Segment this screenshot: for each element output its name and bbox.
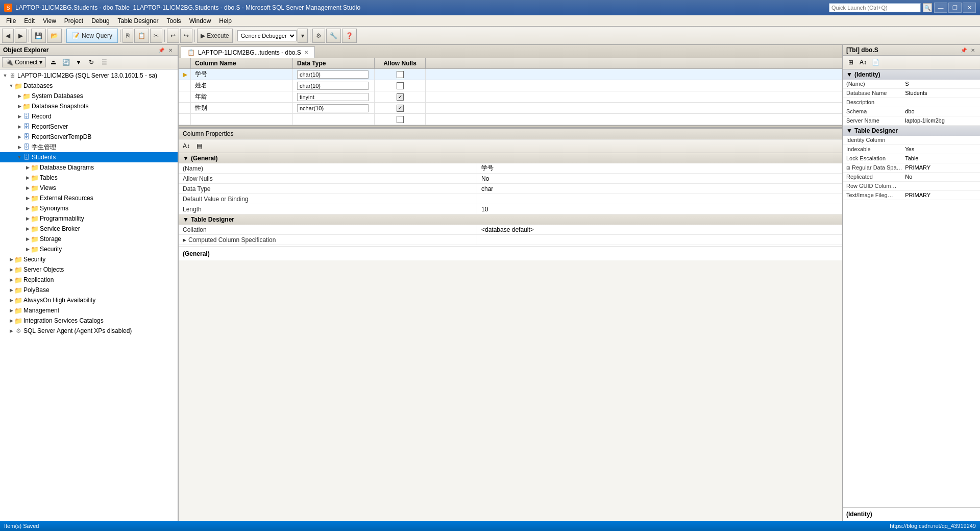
maximize-btn[interactable]: ❐ <box>948 3 962 13</box>
prop-section-tabledesigner[interactable]: ▼ Table Designer <box>179 214 842 225</box>
tree-item-synonyms[interactable]: ▶ 📁 Synonyms <box>0 203 178 213</box>
props-section-td-header[interactable]: ▼ Table Designer <box>843 126 980 136</box>
type-input-1[interactable] <box>297 70 369 79</box>
toolbar-forward-btn[interactable]: ▶ <box>15 29 27 43</box>
tree-item-security-db[interactable]: ▶ 📁 Security <box>0 244 178 254</box>
tab-table-designer[interactable]: 📋 LAPTOP-1LICM2BG...tudents - dbo.S ✕ <box>181 46 315 58</box>
toolbar-filter-btn[interactable]: 🔧 <box>326 29 341 43</box>
toolbar-open-btn[interactable]: 📂 <box>47 29 62 43</box>
toolbar-back-btn[interactable]: ◀ <box>2 29 14 43</box>
close-btn[interactable]: ✕ <box>963 3 976 13</box>
table-row[interactable] <box>179 114 842 125</box>
debugger-dropdown-btn[interactable]: ▾ <box>298 29 308 43</box>
toolbar-help-btn[interactable]: ❓ <box>342 29 357 43</box>
tree-item-reportserver[interactable]: ▶ 🗄 ReportServer <box>0 122 178 132</box>
toolbar-cut-btn[interactable]: ✂ <box>150 29 162 43</box>
props-close-btn[interactable]: ✕ <box>969 46 977 54</box>
oe-connect-btn[interactable]: 🔌 Connect ▾ <box>2 57 46 67</box>
null-checkbox-2[interactable] <box>397 82 404 89</box>
menu-window[interactable]: Window <box>185 16 215 26</box>
toolbar-copy-btn[interactable]: ⎘ <box>122 29 133 43</box>
toolbar-exec-btn[interactable]: ▶ Execute <box>197 29 233 43</box>
table-row[interactable]: 年龄 ✓ <box>179 91 842 103</box>
oe-summary-btn[interactable]: ☰ <box>99 57 110 68</box>
type-input-4[interactable] <box>297 104 369 112</box>
null-checkbox-4[interactable]: ✓ <box>397 105 404 112</box>
tree-item-management[interactable]: ▶ 📁 Management <box>0 305 178 316</box>
col-props-sort-btn[interactable]: A↕ <box>181 140 192 152</box>
tree-item-xuesheng[interactable]: ▶ 🗄 学生管理 <box>0 142 178 152</box>
tree-item-record[interactable]: ▶ 🗄 Record <box>0 111 178 122</box>
tree-item-dbsnap[interactable]: ▶ 📁 Database Snapshots <box>0 101 178 111</box>
menu-file[interactable]: File <box>2 16 20 26</box>
toolbar-undo-btn[interactable]: ↩ <box>167 29 179 43</box>
menu-view[interactable]: View <box>39 16 60 26</box>
table-row[interactable]: ▶ 学号 <box>179 69 842 80</box>
tree-item-alwayson[interactable]: ▶ 📁 AlwaysOn High Availability <box>0 295 178 305</box>
oe-pin-btn[interactable]: 📌 <box>157 46 165 54</box>
tree-item-serverobjects[interactable]: ▶ 📁 Server Objects <box>0 264 178 275</box>
tab-close-btn[interactable]: ✕ <box>304 50 308 55</box>
oe-refresh2-btn[interactable]: ↻ <box>86 57 97 68</box>
menu-help[interactable]: Help <box>215 16 236 26</box>
props-pages-btn[interactable]: 📄 <box>870 57 881 68</box>
tree-item-reportservtemp[interactable]: ▶ 🗄 ReportServerTempDB <box>0 132 178 142</box>
tree-item-replication[interactable]: ▶ 📁 Replication <box>0 275 178 285</box>
toolbar-redo-btn[interactable]: ↪ <box>180 29 192 43</box>
menu-tools[interactable]: Tools <box>163 16 185 26</box>
null-checkbox-5[interactable] <box>397 116 404 123</box>
prop-section-general[interactable]: ▼ (General) <box>179 153 842 163</box>
props-row-dbname: Database Name Students <box>843 89 980 98</box>
type-input-2[interactable] <box>297 82 369 90</box>
oe-filter-btn[interactable]: ▼ <box>73 57 84 68</box>
tree-item-security[interactable]: ▶ 📁 Security <box>0 254 178 264</box>
tree-item-tables[interactable]: ▶ 📁 Tables <box>0 173 178 183</box>
quick-launch-input[interactable] <box>829 3 921 12</box>
tree-item-sqlagent[interactable]: ▶ ⚙ SQL Server Agent (Agent XPs disabled… <box>0 326 178 336</box>
type-input-3[interactable] <box>297 93 369 101</box>
tree-item-storage[interactable]: ▶ 📁 Storage <box>0 234 178 244</box>
tree-item-programmability[interactable]: ▶ 📁 Programmability <box>0 213 178 224</box>
props-categories-btn[interactable]: ⊞ <box>845 57 856 68</box>
props-alpha-btn[interactable]: A↕ <box>857 57 869 68</box>
oe-disconnect-btn[interactable]: ⏏ <box>47 57 59 68</box>
folder-icon-databases: 📁 <box>14 82 22 89</box>
null-checkbox-3[interactable]: ✓ <box>397 93 404 101</box>
tree-item-extresources[interactable]: ▶ 📁 External Resources <box>0 193 178 203</box>
table-row[interactable]: 性别 ✓ <box>179 103 842 114</box>
props-section-identity-header[interactable]: ▼ (Identity) <box>843 69 980 80</box>
menu-debug[interactable]: Debug <box>87 16 113 26</box>
tree-item-views[interactable]: ▶ 📁 Views <box>0 183 178 193</box>
null-checkbox-1[interactable] <box>397 71 404 78</box>
props-td-collapse: ▼ <box>846 127 852 134</box>
menu-project[interactable]: Project <box>60 16 87 26</box>
row-col-name-3: 年龄 <box>191 91 293 102</box>
col-props-filter-btn[interactable]: ▤ <box>193 140 205 152</box>
toolbar-properties-btn[interactable]: ⚙ <box>312 29 325 43</box>
minimize-btn[interactable]: — <box>934 3 947 13</box>
props-pin-btn[interactable]: 📌 <box>960 46 968 54</box>
oe-close-btn[interactable]: ✕ <box>166 46 175 54</box>
new-query-btn[interactable]: 📝 New Query <box>66 29 118 43</box>
tree-item-diagrams[interactable]: ▶ 📁 Database Diagrams <box>0 162 178 173</box>
prop-row-allownull: Allow Nulls No <box>179 174 842 184</box>
tree-item-polybase[interactable]: ▶ 📁 PolyBase <box>0 285 178 295</box>
object-explorer-title: Object Explorer <box>3 46 48 54</box>
tree-item-databases[interactable]: ▼ 📁 Databases <box>0 81 178 91</box>
prop-val-datatype: char <box>477 184 842 194</box>
oe-refresh-btn[interactable]: 🔄 <box>60 57 71 68</box>
table-row[interactable]: 姓名 <box>179 80 842 91</box>
tree-item-systemdb[interactable]: ▶ 📁 System Databases <box>0 91 178 101</box>
tree-item-server[interactable]: ▼ 🖥 LAPTOP-1LICM2BG (SQL Server 13.0.160… <box>0 70 178 81</box>
properties-panel: [Tbl] dbo.S 📌 ✕ ⊞ A↕ 📄 ▼ (Identity) (Nam… <box>842 45 980 521</box>
quick-launch-search-btn[interactable]: 🔍 <box>923 3 932 12</box>
toolbar-save-btn[interactable]: 💾 <box>31 29 46 43</box>
debugger-select[interactable]: Generic Debugger <box>237 30 297 41</box>
toolbar-paste-btn[interactable]: 📋 <box>134 29 149 43</box>
tree-item-students[interactable]: ▼ 🗄 Students <box>0 152 178 162</box>
tree-item-integration[interactable]: ▶ 📁 Integration Services Catalogs <box>0 316 178 326</box>
menu-edit[interactable]: Edit <box>20 16 39 26</box>
menu-table-designer[interactable]: Table Designer <box>114 16 163 26</box>
tree-label-students: Students <box>32 154 56 161</box>
tree-item-servicebroker[interactable]: ▶ 📁 Service Broker <box>0 224 178 234</box>
